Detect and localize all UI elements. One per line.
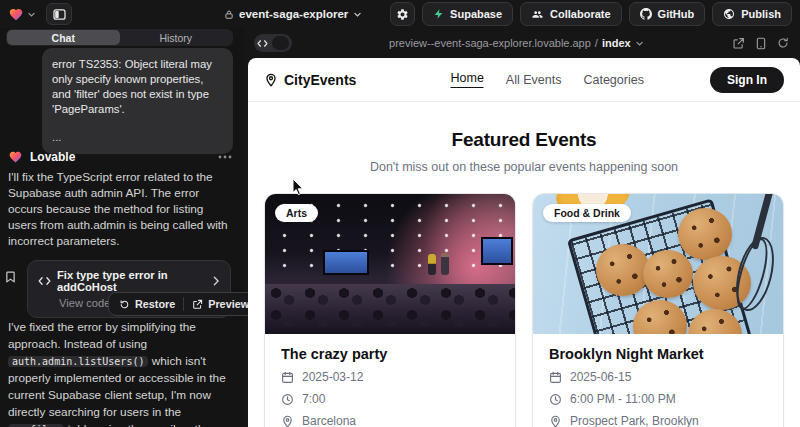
github-label: GitHub xyxy=(658,8,695,20)
url-host: preview--event-saga-explorer.lovable.app xyxy=(389,37,591,49)
github-button[interactable]: GitHub xyxy=(629,2,706,26)
code-icon xyxy=(38,276,51,286)
chevron-right-icon xyxy=(212,276,220,286)
event-time-row: 7:00 xyxy=(281,392,499,406)
site-preview-page: CityEvents Home All Events Categories Si… xyxy=(248,58,800,427)
map-pin-icon xyxy=(281,415,294,427)
preview-button[interactable]: Preview xyxy=(184,295,257,313)
restore-icon xyxy=(119,299,130,310)
lock-icon xyxy=(224,9,234,20)
panel-layout-icon xyxy=(53,9,66,20)
project-switcher[interactable]: event-saga-explorer xyxy=(224,0,362,28)
settings-button[interactable] xyxy=(390,2,415,26)
user-message-ellipsis: ... xyxy=(52,130,223,145)
site-nav: Home All Events Categories xyxy=(451,71,644,88)
supabase-label: Supabase xyxy=(450,8,502,20)
clock-icon xyxy=(281,393,294,406)
site-header: CityEvents Home All Events Categories Si… xyxy=(248,58,800,102)
decor xyxy=(323,250,370,275)
url-separator: / xyxy=(595,37,598,49)
url-page: index xyxy=(602,37,631,49)
event-time-row: 6:00 PM - 11:00 PM xyxy=(549,392,767,406)
message-actions: Restore Preview xyxy=(108,292,260,316)
sign-in-button[interactable]: Sign In xyxy=(710,67,784,93)
event-date-row: 2025-03-12 xyxy=(281,370,499,384)
decor xyxy=(441,253,449,275)
event-location: Barcelona xyxy=(302,414,356,427)
body-text-segment: I've fixed the error by simplifying the … xyxy=(8,320,196,351)
nav-all-events[interactable]: All Events xyxy=(506,73,562,87)
globe-icon xyxy=(723,8,735,20)
preview-url[interactable]: preview--event-saga-explorer.lovable.app… xyxy=(389,28,644,58)
site-brand[interactable]: CityEvents xyxy=(264,72,356,88)
project-name: event-saga-explorer xyxy=(239,8,348,20)
publish-button[interactable]: Publish xyxy=(712,2,792,26)
app-window: event-saga-explorer Supabase xyxy=(0,0,800,427)
preview-region: preview--event-saga-explorer.lovable.app… xyxy=(248,28,800,427)
restore-label: Restore xyxy=(135,298,175,310)
chevron-down-icon xyxy=(635,39,644,48)
people-icon xyxy=(531,9,544,20)
restore-button[interactable]: Restore xyxy=(111,295,183,313)
event-card[interactable]: Arts The crazy party 2025-03-12 xyxy=(264,193,516,427)
user-message-bubble: error TS2353: Object literal may only sp… xyxy=(42,48,233,154)
tab-history[interactable]: History xyxy=(120,30,233,45)
event-date: 2025-03-12 xyxy=(302,370,363,384)
event-location: Prospect Park, Brooklyn xyxy=(570,414,699,427)
github-icon xyxy=(640,8,652,20)
collaborate-button[interactable]: Collaborate xyxy=(520,2,622,26)
decor xyxy=(481,237,513,265)
publish-label: Publish xyxy=(741,8,781,20)
external-link-icon xyxy=(192,299,203,310)
event-image-conference: Arts xyxy=(265,194,515,334)
decor xyxy=(596,244,650,296)
decor xyxy=(428,254,436,275)
event-date-row: 2025-06-15 xyxy=(549,370,767,384)
event-card[interactable]: Food & Drink Brooklyn Night Market 2025-… xyxy=(532,193,784,427)
topbar: event-saga-explorer Supabase xyxy=(0,0,800,28)
chevron-down-icon xyxy=(27,10,36,19)
lovable-heart-icon xyxy=(8,7,24,22)
assistant-intro-text: I'll fix the TypeScript error related to… xyxy=(8,169,234,249)
code-view-toggle[interactable] xyxy=(254,34,292,52)
more-options-icon[interactable] xyxy=(218,155,232,159)
event-location-row: Prospect Park, Brooklyn xyxy=(549,414,767,427)
assistant-header: Lovable xyxy=(8,150,232,164)
decor xyxy=(643,250,693,298)
inline-code: auth.admin.listUsers() xyxy=(8,356,148,367)
supabase-button[interactable]: Supabase xyxy=(422,2,513,26)
mobile-view-icon[interactable] xyxy=(756,37,766,50)
user-message-text: error TS2353: Object literal may only sp… xyxy=(52,57,223,117)
map-pin-icon xyxy=(549,415,562,427)
chat-tabbar: Chat History xyxy=(6,29,233,46)
open-external-icon[interactable] xyxy=(732,37,745,50)
lovable-logo-menu[interactable] xyxy=(8,7,36,22)
lovable-heart-icon xyxy=(8,150,23,164)
event-time: 6:00 PM - 11:00 PM xyxy=(570,392,676,406)
topbar-actions: Supabase Collaborate GitHub Publish xyxy=(390,2,792,26)
refresh-icon[interactable] xyxy=(777,37,789,49)
sidebar-toggle-button[interactable] xyxy=(46,3,72,25)
tab-chat[interactable]: Chat xyxy=(7,30,120,45)
code-icon xyxy=(257,39,268,48)
event-time: 7:00 xyxy=(302,392,325,406)
clock-icon xyxy=(549,393,562,406)
gear-icon xyxy=(396,8,409,21)
chat-panel: Chat History error TS2353: Object litera… xyxy=(0,28,244,427)
event-date: 2025-06-15 xyxy=(570,370,631,384)
decor xyxy=(678,208,732,260)
chevron-down-icon xyxy=(353,10,362,19)
preview-label: Preview xyxy=(208,298,249,310)
preview-tools xyxy=(732,37,800,50)
calendar-icon xyxy=(281,371,294,384)
category-badge: Food & Drink xyxy=(543,204,631,222)
section-title: Featured Events xyxy=(248,129,800,151)
toggle-knob xyxy=(272,36,289,50)
supabase-bolt-icon xyxy=(433,8,444,20)
code-change-title: Fix type type error in addCoHost xyxy=(57,269,206,293)
event-location-row: Barcelona xyxy=(281,414,499,427)
bookmark-icon[interactable] xyxy=(4,270,17,284)
event-title: The crazy party xyxy=(281,346,499,362)
nav-categories[interactable]: Categories xyxy=(583,73,643,87)
nav-home[interactable]: Home xyxy=(451,71,484,88)
